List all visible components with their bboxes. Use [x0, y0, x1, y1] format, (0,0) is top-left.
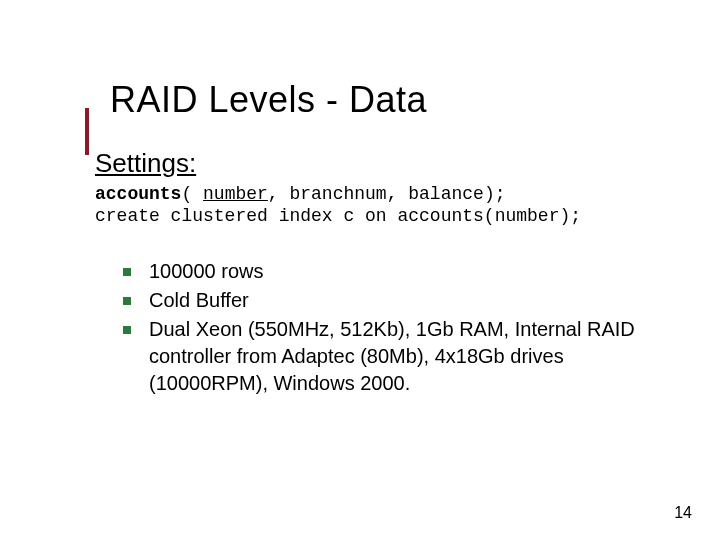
code-table-name: accounts: [95, 184, 181, 204]
bullet-text: 100000 rows: [149, 260, 264, 282]
bullet-text: Dual Xeon (550MHz, 512Kb), 1Gb RAM, Inte…: [149, 318, 635, 394]
list-item: Dual Xeon (550MHz, 512Kb), 1Gb RAM, Inte…: [123, 316, 660, 397]
slide: RAID Levels - Data Settings: accounts( n…: [0, 0, 720, 540]
bullet-square-icon: [123, 297, 131, 305]
code-open-paren: (: [181, 184, 203, 204]
page-number: 14: [674, 504, 692, 522]
code-line1-rest: , branchnum, balance);: [268, 184, 506, 204]
bullet-list: 100000 rows Cold Buffer Dual Xeon (550MH…: [123, 258, 660, 397]
bullet-square-icon: [123, 326, 131, 334]
settings-heading: Settings:: [95, 148, 660, 179]
list-item: 100000 rows: [123, 258, 660, 285]
bullet-square-icon: [123, 268, 131, 276]
bullet-text: Cold Buffer: [149, 289, 249, 311]
code-line2: create clustered index c on accounts(num…: [95, 206, 581, 226]
code-block: accounts( number, branchnum, balance); c…: [95, 183, 660, 228]
accent-bar: [85, 108, 89, 155]
code-pk-column: number: [203, 184, 268, 204]
slide-title: RAID Levels - Data: [110, 80, 660, 120]
list-item: Cold Buffer: [123, 287, 660, 314]
